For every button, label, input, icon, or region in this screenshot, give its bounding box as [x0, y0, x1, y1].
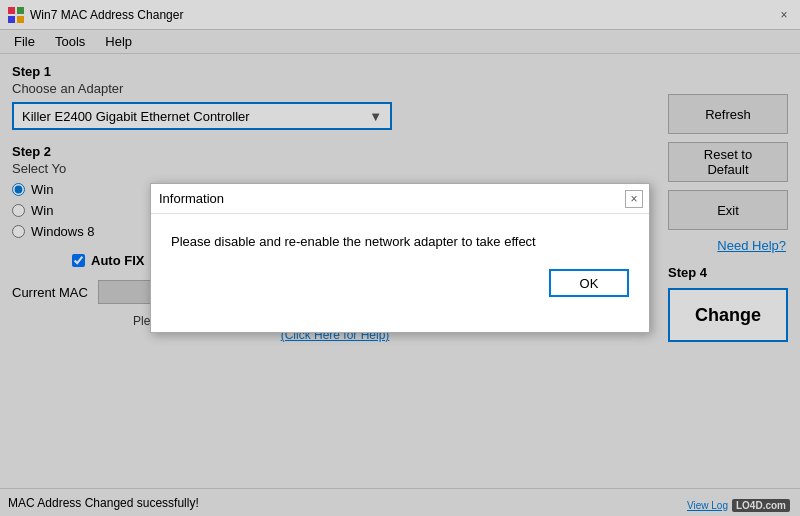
- modal-actions: OK: [171, 269, 629, 297]
- modal-overlay: Information × Please disable and re-enab…: [0, 0, 800, 516]
- ok-button[interactable]: OK: [549, 269, 629, 297]
- modal-dialog: Information × Please disable and re-enab…: [150, 183, 650, 333]
- modal-titlebar: Information ×: [151, 184, 649, 214]
- modal-body: Please disable and re-enable the network…: [151, 214, 649, 313]
- modal-message: Please disable and re-enable the network…: [171, 234, 629, 249]
- modal-close-button[interactable]: ×: [625, 190, 643, 208]
- modal-title: Information: [159, 191, 641, 206]
